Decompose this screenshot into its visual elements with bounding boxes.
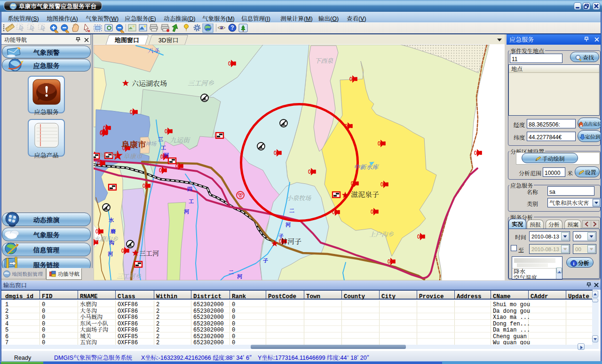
svg-text:子: 子 [263, 256, 268, 264]
svg-text:三工河乡: 三工河乡 [188, 78, 214, 87]
svg-text:沟: 沟 [109, 238, 114, 246]
svg-text:神场: 神场 [145, 139, 157, 147]
svg-text:滋泥泉子: 滋泥泉子 [351, 189, 379, 199]
svg-text:二: 二 [289, 206, 294, 214]
svg-text:阜康市: 阜康市 [123, 151, 143, 160]
svg-text:工: 工 [189, 197, 194, 205]
svg-text:河: 河 [285, 221, 291, 228]
svg-text:河: 河 [164, 151, 169, 158]
svg-text:磨: 磨 [111, 227, 116, 235]
svg-text:阜康市: 阜康市 [121, 138, 146, 150]
svg-text:九运街: 九运街 [170, 135, 190, 144]
svg-text:四: 四 [187, 185, 192, 192]
svg-text:小泉牧场: 小泉牧场 [286, 193, 311, 202]
svg-text:下西泉: 下西泉 [315, 56, 333, 65]
svg-text:三: 三 [158, 135, 163, 142]
svg-text:八斗: 八斗 [148, 46, 159, 54]
svg-text:六运湖农场: 六运湖农场 [132, 78, 167, 88]
svg-text:三工河乡: 三工河乡 [117, 271, 142, 280]
svg-text:河: 河 [108, 250, 113, 257]
svg-text:工: 工 [161, 143, 166, 151]
svg-text:河: 河 [184, 207, 190, 215]
svg-text:城关镇: 城关镇 [99, 150, 118, 159]
svg-text:中新水库: 中新水库 [354, 162, 379, 171]
svg-text:i: i [573, 261, 575, 266]
svg-text:上户沟乡: 上户沟乡 [369, 229, 394, 238]
svg-text:?: ? [230, 24, 234, 31]
svg-text:水: 水 [109, 216, 114, 223]
svg-text:河: 河 [237, 272, 243, 280]
svg-text:二: 二 [229, 268, 234, 276]
svg-text:水磨沟乡: 水磨沟乡 [94, 234, 119, 243]
svg-text:子: 子 [278, 232, 284, 239]
svg-text:三工河: 三工河 [139, 248, 159, 258]
